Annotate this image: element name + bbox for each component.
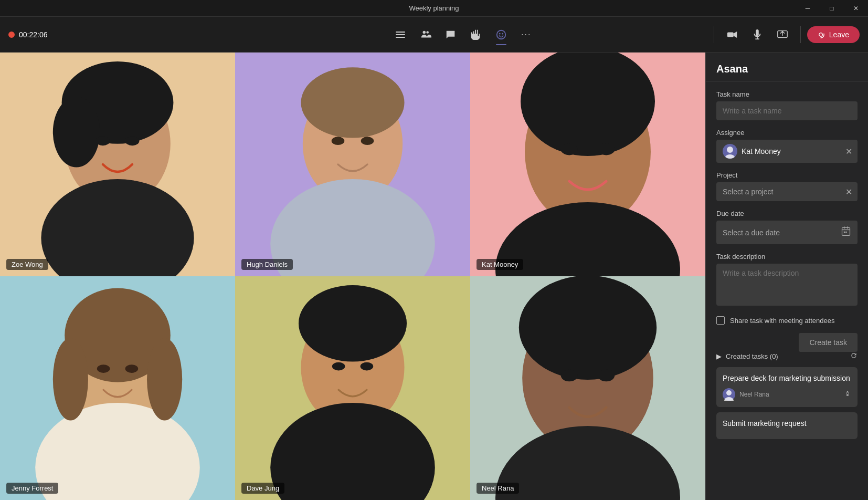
project-placeholder: Select a project — [723, 188, 851, 196]
window-controls: ─ □ ✕ — [796, 0, 868, 17]
svg-point-4 — [426, 31, 429, 34]
participant-label-4: Jenny Forrest — [6, 483, 58, 494]
svg-point-36 — [270, 403, 435, 500]
svg-point-38 — [332, 362, 345, 371]
video-cell-6: Neel Rana — [470, 276, 705, 500]
share-task-checkbox[interactable] — [716, 316, 725, 325]
task-card-2: Submit marketing request — [716, 412, 858, 440]
leave-button[interactable]: Leave — [807, 26, 860, 43]
mute-task-1-icon — [844, 390, 851, 399]
video-cell-3: Kat Mooney — [470, 53, 705, 276]
svg-point-33 — [97, 364, 110, 373]
task-card-1-assignee: Neel Rana — [739, 391, 769, 398]
calendar-icon[interactable] — [841, 226, 851, 239]
svg-point-41 — [495, 426, 680, 500]
svg-point-20 — [301, 67, 404, 138]
created-tasks-title: Created tasks (0) — [726, 352, 778, 360]
participant-label-2: Hugh Daniels — [241, 259, 293, 270]
toolbar-separator — [714, 26, 714, 43]
assignee-group: Assignee Kat Mooney ✕ — [716, 129, 858, 163]
project-group: Project Select a project ✕ — [716, 171, 858, 201]
task-description-input[interactable] — [716, 264, 858, 306]
svg-point-21 — [332, 137, 345, 145]
svg-point-34 — [125, 364, 139, 373]
asana-sidebar: Asana Task name Assignee Kat Mooney — [705, 53, 868, 500]
task-card-1-avatar — [723, 388, 735, 401]
recording-indicator: 00:22:06 — [8, 30, 48, 39]
toolbar-separator-2 — [800, 26, 801, 43]
task-name-group: Task name — [716, 90, 858, 120]
task-name-input[interactable] — [716, 101, 858, 120]
video-icon-btn[interactable] — [721, 23, 744, 46]
svg-point-43 — [561, 370, 578, 381]
svg-point-51 — [724, 397, 734, 401]
share-icon-btn[interactable] — [771, 23, 794, 46]
video-grid: Zoe Wong Hugh Daniels — [0, 53, 705, 500]
svg-rect-1 — [396, 34, 405, 35]
video-cell-5: Dave Jung — [235, 276, 470, 500]
svg-rect-49 — [845, 232, 847, 233]
participant-label-6: Neel Rana — [477, 483, 519, 494]
recording-time: 00:22:06 — [19, 30, 48, 39]
svg-point-45 — [727, 147, 733, 153]
svg-point-44 — [598, 370, 615, 381]
recording-dot — [8, 32, 15, 38]
svg-point-5 — [496, 30, 505, 39]
due-date-row[interactable]: Select a due date — [716, 221, 858, 244]
video-cell-2: Hugh Daniels — [235, 53, 470, 276]
assignee-avatar — [723, 144, 737, 159]
svg-point-3 — [422, 30, 426, 34]
task-desc-label: Task description — [716, 253, 858, 261]
title-bar: Weekly planning ─ □ ✕ — [0, 0, 868, 17]
close-button[interactable]: ✕ — [844, 0, 868, 17]
assignee-label: Assignee — [716, 129, 858, 137]
svg-point-22 — [361, 137, 374, 145]
create-task-button[interactable]: Create task — [799, 333, 858, 352]
created-tasks-header: ▶ Created tasks (0) — [716, 352, 858, 361]
svg-point-15 — [53, 97, 100, 167]
collapse-icon: ▶ — [716, 352, 722, 360]
due-date-label: Due date — [716, 210, 858, 217]
svg-point-39 — [361, 362, 374, 371]
svg-rect-8 — [727, 32, 734, 37]
participant-label-5: Dave Jung — [241, 483, 284, 494]
people-icon-btn[interactable] — [414, 23, 437, 46]
window-title: Weekly planning — [409, 4, 459, 12]
task-name-label: Task name — [716, 90, 858, 98]
more-options-btn[interactable]: ··· — [515, 23, 538, 46]
svg-point-29 — [35, 403, 200, 500]
participants-list-icon-btn[interactable] — [389, 23, 412, 46]
reactions-icon-btn[interactable] — [490, 23, 513, 46]
assignee-row[interactable]: Kat Mooney ✕ — [716, 140, 858, 163]
task-card-1-meta: Neel Rana — [723, 388, 851, 401]
assignee-name: Kat Mooney — [742, 147, 851, 155]
clear-project-button[interactable]: ✕ — [844, 186, 853, 198]
clear-assignee-button[interactable]: ✕ — [844, 145, 853, 158]
participant-label-1: Zoe Wong — [6, 259, 48, 270]
task-card-1: Prepare deck for marketing submission Ne… — [716, 367, 858, 407]
svg-rect-48 — [844, 232, 845, 233]
refresh-icon[interactable] — [850, 352, 858, 361]
project-label: Project — [716, 171, 858, 179]
toolbar-icons: ··· — [389, 23, 538, 46]
svg-point-32 — [147, 338, 182, 421]
mute-icon-btn[interactable] — [746, 23, 769, 46]
maximize-button[interactable]: □ — [820, 0, 844, 17]
svg-point-7 — [502, 33, 503, 34]
participant-label-3: Kat Mooney — [477, 259, 523, 270]
share-task-label: Share task with meeting attendees — [730, 317, 834, 325]
svg-point-27 — [598, 143, 615, 155]
minimize-button[interactable]: ─ — [796, 0, 820, 17]
project-row[interactable]: Select a project ✕ — [716, 182, 858, 201]
due-date-group: Due date Select a due date — [716, 210, 858, 244]
svg-point-17 — [125, 136, 140, 145]
share-task-row: Share task with meeting attendees — [716, 316, 858, 325]
svg-point-46 — [725, 154, 735, 159]
raise-hand-icon-btn[interactable] — [464, 23, 488, 46]
svg-point-37 — [299, 285, 407, 362]
toolbar: 00:22:06 — [0, 17, 868, 53]
svg-point-6 — [499, 33, 501, 34]
svg-point-16 — [96, 136, 110, 145]
chat-icon-btn[interactable] — [439, 23, 462, 46]
task-card-2-title: Submit marketing request — [723, 419, 851, 429]
